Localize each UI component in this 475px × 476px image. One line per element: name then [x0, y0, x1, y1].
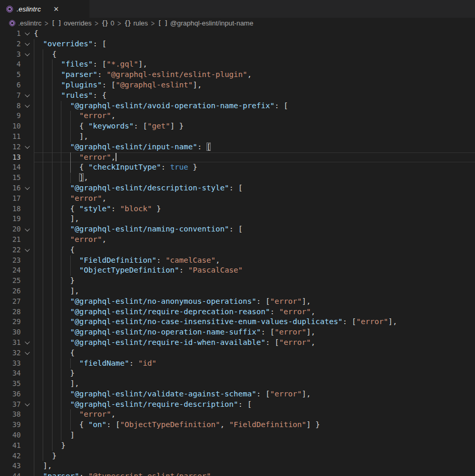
code-line[interactable]: 34} — [0, 368, 475, 379]
code-line[interactable]: 15], — [0, 173, 475, 183]
line-number[interactable]: 14 — [0, 162, 21, 173]
line-number[interactable]: 41 — [0, 441, 21, 451]
chevron-down-icon[interactable] — [25, 401, 30, 406]
line-number[interactable]: 12 — [0, 142, 21, 152]
chevron-down-icon[interactable] — [25, 247, 30, 252]
line-number[interactable]: 40 — [0, 430, 21, 441]
breadcrumb-item[interactable]: .eslintrc — [9, 19, 42, 27]
code-line[interactable]: 5"parser": "@graphql-eslint/eslint-plugi… — [0, 70, 475, 80]
code-line[interactable]: 40] — [0, 430, 475, 441]
code-line[interactable]: 8"@graphql-eslint/avoid-operation-name-p… — [0, 101, 475, 111]
breadcrumb-item[interactable]: {}0 — [101, 19, 114, 27]
line-number[interactable]: 25 — [0, 276, 21, 286]
breadcrumb-item[interactable]: {}rules — [124, 19, 148, 27]
line-number[interactable]: 30 — [0, 327, 21, 338]
line-number[interactable]: 11 — [0, 132, 21, 142]
line-number[interactable]: 26 — [0, 286, 21, 297]
tab-eslintrc[interactable]: .eslintrc ✕ — [0, 0, 89, 18]
line-number[interactable]: 43 — [0, 461, 21, 471]
code-line[interactable]: 2"overrides": [ — [0, 39, 475, 49]
code-line[interactable]: 35], — [0, 379, 475, 389]
chevron-down-icon[interactable] — [25, 350, 30, 355]
line-number[interactable]: 28 — [0, 307, 21, 317]
chevron-down-icon[interactable] — [25, 41, 30, 46]
code-line[interactable]: 1{ — [0, 29, 475, 39]
line-number[interactable]: 36 — [0, 389, 21, 400]
line-number[interactable]: 6 — [0, 80, 21, 91]
code-line[interactable]: 37"@graphql-eslint/require-description":… — [0, 400, 475, 410]
code-line[interactable]: 44"parser": "@typescript-eslint/parser", — [0, 471, 475, 476]
code-line[interactable]: 7"rules": { — [0, 91, 475, 101]
code-line[interactable]: 24"ObjectTypeDefinition": "PascalCase" — [0, 265, 475, 276]
line-number[interactable]: 2 — [0, 39, 21, 49]
line-number[interactable]: 37 — [0, 400, 21, 410]
code-line[interactable]: 32{ — [0, 348, 475, 358]
chevron-down-icon[interactable] — [25, 31, 30, 36]
code-line[interactable]: 38"error", — [0, 409, 475, 420]
code-editor[interactable]: 1{2"overrides": [3{4"files": ["*.gql"],5… — [0, 29, 475, 476]
code-line[interactable]: 25} — [0, 276, 475, 286]
line-number[interactable]: 29 — [0, 317, 21, 327]
line-number[interactable]: 24 — [0, 265, 21, 276]
code-line[interactable]: 31"@graphql-eslint/require-id-when-avail… — [0, 338, 475, 348]
line-number[interactable]: 13 — [0, 152, 21, 163]
code-line[interactable]: 27"@graphql-eslint/no-anonymous-operatio… — [0, 297, 475, 307]
code-line[interactable]: 6"plugins": ["@graphql-eslint"], — [0, 80, 475, 91]
breadcrumb-item[interactable]: [ ]overrides — [52, 19, 92, 27]
code-line[interactable]: 10{ "keywords": ["get"] } — [0, 121, 475, 132]
chevron-down-icon[interactable] — [25, 226, 30, 231]
line-number[interactable]: 20 — [0, 224, 21, 235]
chevron-down-icon[interactable] — [25, 102, 30, 108]
line-number[interactable]: 22 — [0, 245, 21, 255]
line-number[interactable]: 10 — [0, 121, 21, 132]
code-line[interactable]: 16"@graphql-eslint/description-style": [ — [0, 183, 475, 194]
line-number[interactable]: 3 — [0, 49, 21, 60]
code-line[interactable]: 20"@graphql-eslint/naming-convention": [ — [0, 224, 475, 235]
breadcrumb-item[interactable]: [ ]@graphql-eslint/input-name — [158, 19, 253, 27]
chevron-down-icon[interactable] — [25, 92, 30, 97]
line-number[interactable]: 8 — [0, 101, 21, 111]
code-line[interactable]: 28"@graphql-eslint/require-deprecation-r… — [0, 307, 475, 317]
line-number[interactable]: 19 — [0, 214, 21, 224]
code-line[interactable]: 14{ "checkInputType": true } — [0, 162, 475, 173]
code-line[interactable]: 23"FieldDefinition": "camelCase", — [0, 255, 475, 266]
code-line[interactable]: 41} — [0, 441, 475, 451]
code-line[interactable]: 26], — [0, 286, 475, 297]
code-line[interactable]: 21"error", — [0, 235, 475, 245]
line-number[interactable]: 35 — [0, 379, 21, 389]
code-line[interactable]: 9"error", — [0, 111, 475, 121]
line-number[interactable]: 1 — [0, 29, 21, 39]
line-number[interactable]: 17 — [0, 194, 21, 204]
line-number[interactable]: 21 — [0, 235, 21, 245]
line-number[interactable]: 18 — [0, 204, 21, 214]
line-number[interactable]: 34 — [0, 368, 21, 379]
chevron-down-icon[interactable] — [25, 185, 30, 190]
code-line[interactable]: 13"error", — [0, 152, 475, 163]
code-line[interactable]: 30"@graphql-eslint/no-operation-name-suf… — [0, 327, 475, 338]
line-number[interactable]: 42 — [0, 451, 21, 461]
line-number[interactable]: 5 — [0, 70, 21, 80]
code-line[interactable]: 12"@graphql-eslint/input-name": [ — [0, 142, 475, 152]
code-line[interactable]: 3{ — [0, 49, 475, 60]
code-line[interactable]: 42} — [0, 451, 475, 461]
line-number[interactable]: 33 — [0, 358, 21, 369]
line-number[interactable]: 39 — [0, 420, 21, 430]
close-icon[interactable]: ✕ — [52, 5, 61, 14]
code-line[interactable]: 4"files": ["*.gql"], — [0, 59, 475, 70]
line-number[interactable]: 15 — [0, 173, 21, 183]
code-line[interactable]: 29"@graphql-eslint/no-case-insensitive-e… — [0, 317, 475, 327]
line-number[interactable]: 7 — [0, 91, 21, 101]
code-line[interactable]: 39{ "on": ["ObjectTypeDefinition", "Fiel… — [0, 420, 475, 430]
line-number[interactable]: 4 — [0, 59, 21, 70]
line-number[interactable]: 9 — [0, 111, 21, 121]
code-line[interactable]: 19], — [0, 214, 475, 224]
line-number[interactable]: 38 — [0, 409, 21, 420]
line-number[interactable]: 27 — [0, 297, 21, 307]
line-number[interactable]: 31 — [0, 338, 21, 348]
chevron-down-icon[interactable] — [25, 144, 30, 149]
code-line[interactable]: 33"fieldName": "id" — [0, 358, 475, 369]
code-line[interactable]: 43], — [0, 461, 475, 471]
chevron-down-icon[interactable] — [25, 51, 30, 56]
line-number[interactable]: 23 — [0, 255, 21, 266]
chevron-down-icon[interactable] — [25, 339, 30, 344]
